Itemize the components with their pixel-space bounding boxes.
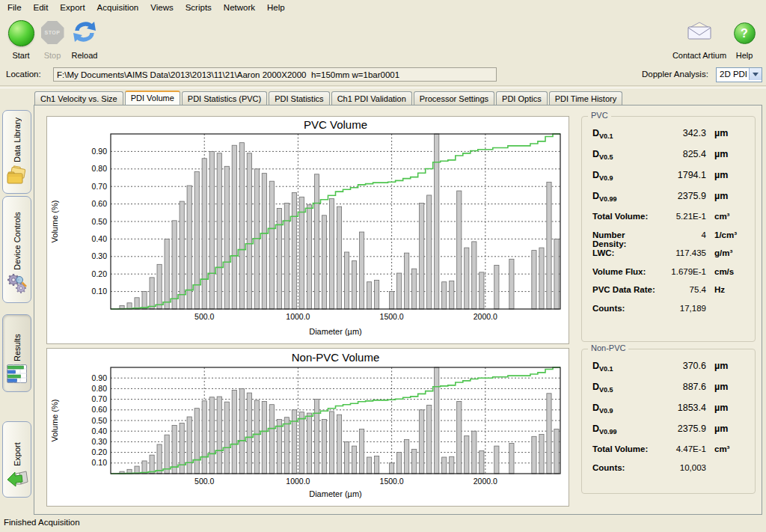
sidebar-item-results[interactable]: Results — [2, 314, 31, 392]
tab-ch1-pdi-validation[interactable]: Ch1 PDI Validation — [331, 91, 412, 106]
stat-row: LWC:117.435g/m³ — [592, 248, 746, 267]
svg-text:0.60: 0.60 — [92, 405, 108, 414]
menu-acquisition[interactable]: Acquisition — [91, 1, 145, 13]
svg-text:Volume (%): Volume (%) — [50, 400, 59, 442]
stat-row: Number Density:41/cm³ — [592, 230, 746, 249]
tab-strip: Ch1 Velocity vs. SizePDI VolumePDI Stati… — [34, 91, 624, 106]
sidebar-data-library-label: Data Library — [13, 117, 22, 162]
stat-row: PVC Data Rate:75.4Hz — [592, 285, 746, 304]
svg-text:0.20: 0.20 — [92, 269, 108, 278]
stat-row: Total Volume:5.21E-1cm³ — [592, 212, 746, 230]
svg-text:0.50: 0.50 — [92, 217, 108, 226]
start-button[interactable]: Start — [4, 14, 37, 61]
doppler-analysis-select[interactable]: 2D PDI — [716, 67, 762, 82]
menu-edit[interactable]: Edit — [28, 1, 55, 13]
tab-pdi-time-history[interactable]: PDI Time History — [549, 91, 623, 106]
svg-text:Non-PVC Volume: Non-PVC Volume — [292, 351, 380, 364]
svg-text:0.90: 0.90 — [92, 373, 108, 382]
tab-pdi-statistics-pvc-[interactable]: PDI Statistics (PVC) — [182, 91, 267, 106]
non-pvc-volume-chart: 0.100.200.300.400.500.600.700.800.90500.… — [46, 348, 569, 507]
menu-views[interactable]: Views — [144, 1, 179, 13]
reload-button[interactable]: Reload — [67, 14, 102, 61]
help-button-label: Help — [729, 51, 759, 60]
svg-text:2000.0: 2000.0 — [474, 477, 497, 486]
svg-text:0.30: 0.30 — [92, 251, 108, 260]
dv-row: DV0.992375.9µm — [592, 191, 746, 212]
dv-row: DV0.5825.4µm — [592, 149, 746, 170]
tab-ch1-velocity-vs-size[interactable]: Ch1 Velocity vs. Size — [34, 91, 123, 106]
svg-text:2000.0: 2000.0 — [474, 312, 497, 321]
svg-text:0.80: 0.80 — [92, 384, 108, 393]
pvc-groupbox-title: PVC — [588, 111, 611, 120]
menu-help[interactable]: Help — [261, 1, 291, 13]
contact-artium-label: Contact Artium — [670, 51, 729, 60]
results-chart-icon — [7, 364, 27, 386]
svg-text:0.10: 0.10 — [92, 287, 108, 296]
menu-export[interactable]: Export — [54, 1, 91, 13]
menu-network[interactable]: Network — [218, 1, 261, 13]
svg-text:0.20: 0.20 — [92, 447, 108, 456]
sidebar-item-device-controls[interactable]: Device Controls — [2, 196, 31, 303]
aims-application-window: { "menu": {"items": ["File","Edit","Expo… — [0, 0, 766, 532]
sidebar-results-label: Results — [13, 321, 22, 361]
sidebar-item-export[interactable]: Export — [2, 421, 31, 498]
main-content: Ch1 Velocity vs. SizePDI VolumePDI Stati… — [34, 91, 762, 515]
menu-scripts[interactable]: Scripts — [180, 1, 218, 13]
stat-row: Total Volume:4.47E-1cm³ — [592, 444, 746, 463]
location-label: Location: — [6, 70, 41, 79]
pvc-stats-groupbox: PVC DV0.1342.3µmDV0.5825.4µmDV0.91794.1µ… — [581, 116, 756, 342]
tab-pdi-volume[interactable]: PDI Volume — [125, 91, 180, 105]
stat-row: Counts:17,189 — [592, 304, 746, 322]
dv-row: DV0.1370.6µm — [592, 361, 746, 382]
svg-text:1500.0: 1500.0 — [380, 312, 404, 321]
svg-text:1000.0: 1000.0 — [286, 477, 310, 486]
stop-button: STOP Stop — [37, 14, 67, 61]
location-row: Location: Doppler Analysis: 2D PDI — [0, 66, 766, 85]
sidebar-item-data-library[interactable]: Data Library — [2, 110, 31, 194]
svg-text:Volume (%): Volume (%) — [50, 201, 59, 243]
dv-row: DV0.1342.3µm — [592, 128, 746, 149]
svg-text:1000.0: 1000.0 — [286, 312, 310, 321]
svg-text:0.40: 0.40 — [92, 234, 108, 243]
sidebar-device-controls-label: Device Controls — [13, 203, 22, 270]
start-icon — [8, 20, 34, 46]
start-button-label: Start — [4, 51, 37, 60]
svg-text:0.30: 0.30 — [92, 437, 108, 446]
contact-artium-button[interactable]: Contact Artium — [670, 14, 729, 61]
dv-row: DV0.91794.1µm — [592, 170, 746, 191]
svg-text:1500.0: 1500.0 — [380, 477, 404, 486]
svg-text:PVC Volume: PVC Volume — [304, 118, 367, 131]
toolbar: Start STOP Stop Reload Contact Artium ? … — [0, 14, 766, 65]
stop-button-label: Stop — [37, 51, 67, 60]
tab-pdi-optics[interactable]: PDI Optics — [496, 91, 548, 106]
menu-file[interactable]: File — [1, 1, 28, 13]
svg-text:0.50: 0.50 — [92, 416, 108, 425]
svg-text:0.80: 0.80 — [92, 164, 108, 173]
svg-text:500.0: 500.0 — [194, 477, 214, 486]
stat-row: Volume Flux:1.679E-1cm/s — [592, 267, 746, 286]
doppler-analysis-label: Doppler Analysis: — [642, 70, 708, 79]
non-pvc-stats-groupbox: Non-PVC DV0.1370.6µmDV0.5887.6µmDV0.9185… — [581, 349, 756, 494]
help-icon: ? — [734, 22, 756, 44]
chevron-down-icon[interactable] — [749, 68, 762, 80]
reload-button-label: Reload — [67, 51, 102, 60]
toolbar-divider — [0, 85, 766, 88]
svg-text:0.90: 0.90 — [92, 147, 108, 156]
stop-icon: STOP — [41, 21, 64, 44]
sidebar-export-label: Export — [13, 428, 22, 466]
tab-pdi-statistics[interactable]: PDI Statistics — [269, 91, 329, 106]
status-bar-text: Finished Acquisition — [4, 518, 80, 527]
non-pvc-groupbox-title: Non-PVC — [588, 343, 628, 352]
help-button[interactable]: ? Help — [729, 14, 759, 61]
reload-icon — [67, 19, 102, 46]
export-arrow-icon — [6, 469, 28, 492]
menu-bar: FileEditExportAcquisitionViewsScriptsNet… — [0, 0, 766, 14]
tab-processor-settings[interactable]: Processor Settings — [414, 91, 494, 106]
svg-text:Diameter (µm): Diameter (µm) — [309, 327, 362, 336]
gears-icon — [7, 273, 28, 297]
pdi-volume-tab-panel: 0.100.200.300.400.500.600.700.800.90500.… — [34, 105, 762, 515]
doppler-analysis-value: 2D PDI — [720, 70, 747, 79]
location-input[interactable] — [53, 67, 497, 82]
dv-row: DV0.992375.9µm — [592, 424, 746, 444]
stat-row: Counts:10,003 — [592, 463, 746, 482]
